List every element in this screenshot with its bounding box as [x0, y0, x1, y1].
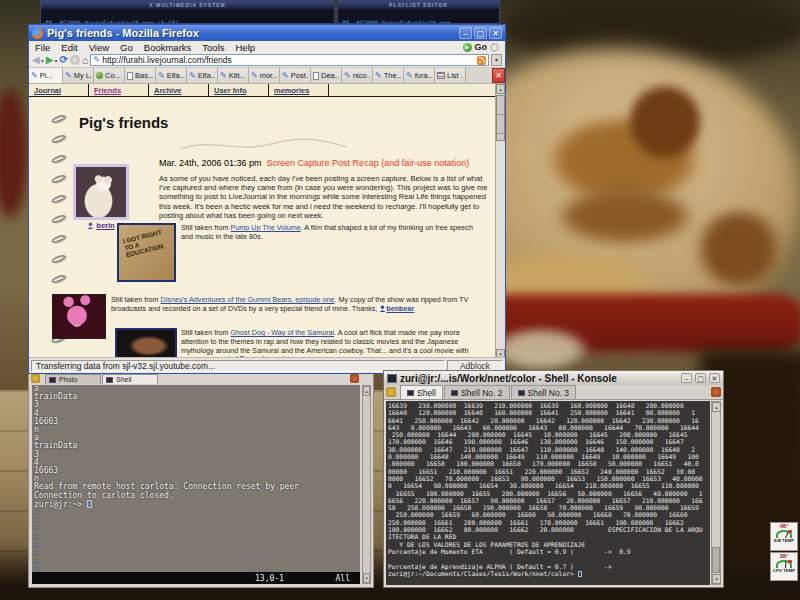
tab-shell-3[interactable]: Shell No. 3 [511, 385, 577, 399]
browser-tab[interactable]: Bas... [125, 68, 156, 83]
xmms-title: X MULTIMEDIA SYSTEM [149, 2, 226, 8]
close-tab-button[interactable]: ✕ [492, 68, 505, 83]
rss-feed-icon[interactable] [477, 56, 486, 65]
browser-tab[interactable]: ✎Kitt... [218, 68, 249, 83]
scroll-up-icon[interactable]: ▴ [712, 402, 721, 412]
playlist-titlebar[interactable]: PLAYLIST EDITOR [338, 1, 499, 9]
still-image-ghost-dog[interactable] [115, 328, 177, 359]
menu-help[interactable]: Help [236, 42, 256, 53]
lj-nav-memories[interactable]: memories [269, 84, 329, 96]
scroll-down-icon[interactable]: ▾ [363, 573, 370, 583]
browser-tab[interactable]: Dea... [311, 68, 342, 83]
tab-photo[interactable]: Photo [45, 374, 101, 384]
post-intro: As some of you have noticed, each day I'… [159, 174, 489, 220]
scrollbar[interactable]: ▴ ▾ [495, 84, 505, 359]
scroll-up-icon[interactable]: ▴ [496, 84, 505, 94]
lj-nav-archive[interactable]: Archive [149, 84, 209, 96]
konsole-titlebar[interactable]: zuri@jr:/...is/Work/nnet/color - Shell -… [384, 371, 723, 385]
go-button[interactable]: Go [475, 42, 488, 52]
konsole-window: zuri@jr:/...is/Work/nnet/color - Shell -… [383, 370, 724, 588]
still-image-gummi-bears[interactable] [52, 294, 106, 339]
navigation-toolbar: ◀ ▾ ▶ ▾ ⟳ ✕ ⌂ ✎ http://furahi.livejourna… [29, 53, 505, 68]
browser-tab[interactable]: ✎Post... [280, 68, 311, 83]
avatar[interactable] [76, 167, 126, 217]
tab-shell-2[interactable]: Shell No. 2 [444, 385, 510, 399]
maximize-button[interactable]: ▢ [695, 373, 706, 383]
stop-button[interactable]: ✕ [70, 55, 80, 65]
browser-tab[interactable]: ✎My LJ [63, 68, 94, 83]
new-tab-icon[interactable] [31, 374, 40, 383]
xmms-playlist-window[interactable]: PLAYLIST EDITOR 88. FC2005 DanceSaturday… [337, 0, 500, 24]
back-dropdown-icon[interactable]: ▾ [41, 57, 44, 64]
maximize-button[interactable]: ▢ [474, 27, 487, 39]
go-button-icon[interactable]: ▶ [463, 43, 472, 52]
browser-tab[interactable]: ✎Elfa... [156, 68, 187, 83]
new-session-icon[interactable] [386, 387, 396, 397]
close-button[interactable]: ✕ [709, 373, 720, 383]
terminal-output: 16639 230.000000 16639 210.000000 16639 … [388, 402, 708, 570]
still-image-pump-up-the-volume[interactable]: I GOT RIGHT TO A EDUCATION [117, 223, 176, 282]
url-text[interactable]: http://furahi.livejournal.com/friends [102, 55, 475, 65]
vim-scroll-indicator: All [336, 574, 350, 583]
xmms-titlebar[interactable]: X MULTIMEDIA SYSTEM [41, 1, 334, 9]
friend-link[interactable]: benbear [386, 304, 414, 313]
temp-gauge-sb[interactable]: 48° S/B TEMP [770, 522, 798, 551]
menu-tools[interactable]: Tools [202, 42, 224, 53]
menu-file[interactable]: File [35, 42, 50, 53]
browser-tab[interactable]: Co... [94, 68, 125, 83]
terminal-output: a trainData 3 4 16663 n a trainData 3 4 … [32, 385, 360, 500]
minimize-button[interactable]: – [459, 27, 472, 39]
vim-cursor-position: 13,0-1 [255, 574, 284, 583]
movie-link[interactable]: Pump Up The Volume [231, 223, 301, 232]
browser-tab[interactable]: ✎nico... [342, 68, 373, 83]
minimize-button[interactable]: – [681, 373, 692, 383]
browser-tab[interactable]: ✎fura... [404, 68, 435, 83]
lj-pencil-icon: ✎ [31, 72, 38, 80]
close-button[interactable]: ✕ [489, 27, 502, 39]
menu-go[interactable]: Go [120, 42, 133, 53]
episode-link[interactable]: Disney's Adventures of the Gummi Bears, … [161, 295, 335, 304]
terminal-screen[interactable]: 16639 230.000000 16639 210.000000 16639 … [386, 401, 710, 585]
document-icon [127, 72, 133, 80]
terminal-screen[interactable]: a trainData 3 4 16663 n a trainData 3 4 … [32, 385, 360, 584]
back-button[interactable]: ◀ [32, 54, 40, 66]
lj-nav-userinfo[interactable]: User Info [209, 84, 269, 96]
menu-view[interactable]: View [89, 42, 109, 53]
post-item-text: Still taken from Disney's Adventures of … [111, 296, 485, 314]
tab-shell[interactable]: Shell [102, 374, 158, 384]
home-button[interactable]: ⌂ [82, 54, 89, 66]
scrollbar-thumb[interactable] [712, 547, 720, 573]
browser-tab[interactable]: ✎Elfa... [187, 68, 218, 83]
browser-tab[interactable]: ✎Pi... [29, 68, 63, 83]
lj-nav-friends[interactable]: Friends [89, 84, 149, 96]
terminal-tab-bar: Photo Shell [29, 373, 373, 384]
scroll-down-icon[interactable]: ▾ [712, 574, 721, 584]
terminal-window-left: Photo Shell a trainData 3 4 16663 n a tr… [28, 372, 374, 588]
reload-button[interactable]: ⟳ [59, 54, 67, 66]
firefox-titlebar[interactable]: Pig's friends - Mozilla Firefox – ▢ ✕ [29, 25, 505, 41]
post-title-link[interactable]: Screen Capture Post Recap (and fair-use … [267, 158, 470, 168]
scrollbar[interactable]: ▴ ▾ [711, 401, 721, 585]
scrollbar-thumb[interactable] [496, 95, 505, 141]
temp-gauge-cpu[interactable]: 38° CPU TEMP [770, 552, 798, 581]
author-link[interactable]: berin [96, 221, 114, 230]
url-bar[interactable]: ✎ http://furahi.livejournal.com/friends [90, 54, 489, 66]
menu-edit[interactable]: Edit [61, 42, 77, 53]
user-avatar-cell [73, 164, 129, 220]
session-list-icon[interactable] [350, 374, 359, 383]
browser-tab[interactable]: ✎mor... [249, 68, 280, 83]
scrollbar[interactable]: ▴ ▾ [362, 385, 371, 584]
session-list-icon[interactable] [711, 387, 721, 397]
browser-tab[interactable]: ✎The... [373, 68, 404, 83]
xmms-main-window[interactable]: X MULTIMEDIA SYSTEM 88. FC2005 DanceSatu… [40, 0, 335, 24]
movie-link[interactable]: Ghost Dog - Way of the Samurai [231, 328, 335, 337]
url-dropdown-button[interactable]: ▾ [491, 54, 502, 66]
lj-nav-journal[interactable]: Journal [29, 84, 89, 96]
menu-bookmarks[interactable]: Bookmarks [144, 42, 192, 53]
scroll-up-icon[interactable]: ▴ [363, 386, 370, 396]
painting-lion-head [693, 210, 785, 288]
tab-shell[interactable]: Shell [400, 385, 443, 399]
forward-dropdown-icon[interactable]: ▾ [54, 57, 57, 64]
browser-tab[interactable]: List ... [435, 68, 466, 83]
forward-button[interactable]: ▶ [46, 54, 54, 66]
